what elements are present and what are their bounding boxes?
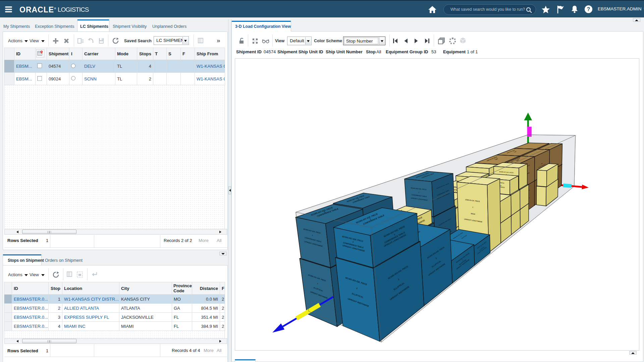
svg-text:?: ?: [587, 6, 590, 12]
